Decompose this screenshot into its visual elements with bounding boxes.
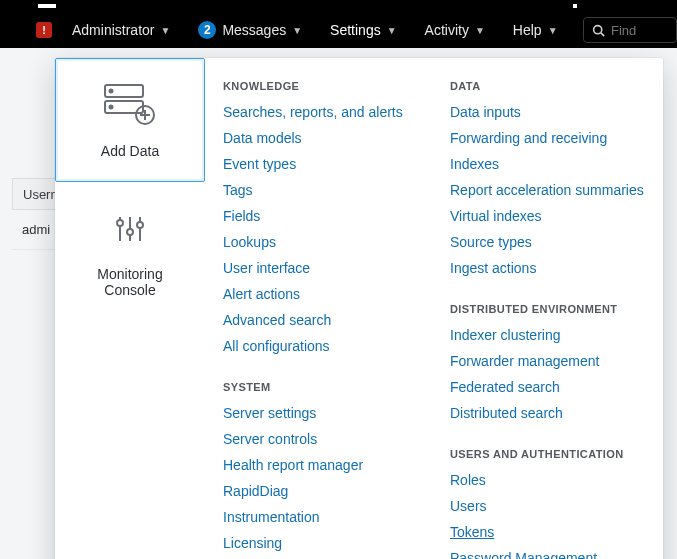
section-knowledge-heading: KNOWLEDGE <box>223 80 420 92</box>
find-searchbox[interactable] <box>583 17 677 43</box>
section-distributed-heading: DISTRIBUTED ENVIRONMENT <box>450 303 647 315</box>
menu-link[interactable]: Advanced search <box>223 310 420 331</box>
svg-point-12 <box>117 220 123 226</box>
svg-point-4 <box>110 90 113 93</box>
menu-link[interactable]: Searches, reports, and alerts <box>223 102 420 123</box>
mega-col-left: KNOWLEDGE Searches, reports, and alertsD… <box>223 80 420 559</box>
activity-label: Activity <box>425 22 469 38</box>
messages-label: Messages <box>222 22 286 38</box>
caret-down-icon: ▼ <box>160 25 170 36</box>
menu-link[interactable]: Tokens <box>450 522 647 543</box>
messages-menu[interactable]: 2 Messages ▼ <box>184 12 316 48</box>
svg-point-14 <box>137 222 143 228</box>
menu-link[interactable]: Password Management <box>450 548 647 559</box>
activity-menu[interactable]: Activity ▼ <box>411 12 499 48</box>
menu-link[interactable]: Alert actions <box>223 284 420 305</box>
monitoring-console-label-2: Console <box>97 282 162 298</box>
menu-link[interactable]: RapidDiag <box>223 481 420 502</box>
col-username-header: Usern <box>23 187 58 202</box>
section-system-heading: SYSTEM <box>223 381 420 393</box>
caret-down-icon: ▼ <box>548 25 558 36</box>
monitoring-console-label-1: Monitoring <box>97 266 162 282</box>
section-data-heading: DATA <box>450 80 647 92</box>
menu-link[interactable]: All configurations <box>223 336 420 357</box>
section-data-links: Data inputsForwarding and receivingIndex… <box>450 102 647 279</box>
menu-link[interactable]: Event types <box>223 154 420 175</box>
find-input[interactable] <box>611 23 659 38</box>
search-icon <box>592 24 605 37</box>
messages-count-badge: 2 <box>198 21 216 39</box>
administrator-menu[interactable]: Administrator ▼ <box>58 12 184 48</box>
menu-link[interactable]: Report acceleration summaries <box>450 180 647 201</box>
menu-link[interactable]: Ingest actions <box>450 258 647 279</box>
monitoring-console-icon <box>113 206 147 252</box>
svg-line-1 <box>601 32 604 35</box>
menu-link[interactable]: Source types <box>450 232 647 253</box>
menu-link[interactable]: Indexes <box>450 154 647 175</box>
page-background: Usern ♦ admi Add Data <box>0 48 677 559</box>
add-data-icon <box>101 83 159 129</box>
menu-link[interactable]: Roles <box>450 470 647 491</box>
menu-link[interactable]: Data inputs <box>450 102 647 123</box>
menu-link[interactable]: Forwarder management <box>450 351 647 372</box>
caret-down-icon: ▼ <box>387 25 397 36</box>
mega-left-column: Add Data Monitoring Console <box>55 58 205 559</box>
menu-link[interactable]: Virtual indexes <box>450 206 647 227</box>
menu-link[interactable]: Distributed search <box>450 403 647 424</box>
menu-link[interactable]: Lookups <box>223 232 420 253</box>
menu-link[interactable]: Tags <box>223 180 420 201</box>
help-label: Help <box>513 22 542 38</box>
section-users-auth-links: RolesUsersTokensPassword ManagementAuthe… <box>450 470 647 559</box>
svg-point-13 <box>127 229 133 235</box>
menu-link[interactable]: Indexer clustering <box>450 325 647 346</box>
help-menu[interactable]: Help ▼ <box>499 12 572 48</box>
menu-link[interactable]: Users <box>450 496 647 517</box>
settings-label: Settings <box>330 22 381 38</box>
menu-link[interactable]: Federated search <box>450 377 647 398</box>
top-navbar: ! Administrator ▼ 2 Messages ▼ Settings … <box>0 12 677 48</box>
menu-link[interactable]: Licensing <box>223 533 420 554</box>
svg-point-5 <box>110 106 113 109</box>
caret-down-icon: ▼ <box>292 25 302 36</box>
settings-menu[interactable]: Settings ▼ <box>316 12 411 48</box>
settings-mega-menu: Add Data Monitoring Console <box>55 58 663 559</box>
add-data-tile[interactable]: Add Data <box>55 58 205 182</box>
menu-link[interactable]: Data models <box>223 128 420 149</box>
mega-col-right: DATA Data inputsForwarding and receiving… <box>450 80 647 559</box>
cell-username: admi <box>22 222 50 237</box>
section-system-links: Server settingsServer controlsHealth rep… <box>223 403 420 559</box>
menu-link[interactable]: Fields <box>223 206 420 227</box>
menu-link[interactable]: Health report manager <box>223 455 420 476</box>
monitoring-console-tile[interactable]: Monitoring Console <box>55 182 205 320</box>
section-knowledge-links: Searches, reports, and alertsData models… <box>223 102 420 357</box>
menu-link[interactable]: User interface <box>223 258 420 279</box>
menu-link[interactable]: Forwarding and receiving <box>450 128 647 149</box>
section-distributed-links: Indexer clusteringForwarder managementFe… <box>450 325 647 424</box>
menu-link[interactable]: Server controls <box>223 429 420 450</box>
section-users-auth-heading: USERS AND AUTHENTICATION <box>450 448 647 460</box>
add-data-label: Add Data <box>101 143 159 159</box>
menu-link[interactable]: Server settings <box>223 403 420 424</box>
svg-point-0 <box>594 25 602 33</box>
caret-down-icon: ▼ <box>475 25 485 36</box>
menu-link[interactable]: Instrumentation <box>223 507 420 528</box>
administrator-label: Administrator <box>72 22 154 38</box>
alert-icon[interactable]: ! <box>36 22 52 38</box>
